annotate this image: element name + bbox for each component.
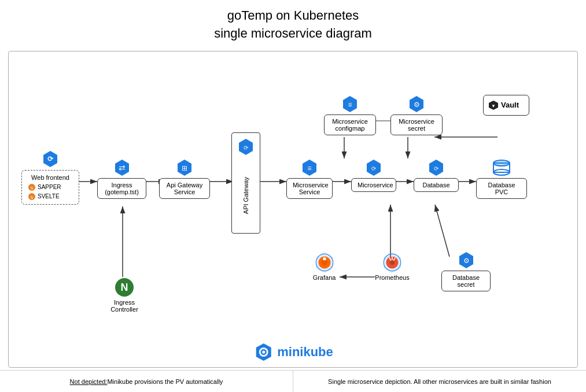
grafana-node: Grafana	[303, 251, 346, 281]
prometheus-icon	[381, 251, 404, 274]
svg-point-39	[493, 160, 510, 166]
database-box: Database	[414, 178, 459, 192]
ingress-controller-label: Ingress Controller	[101, 299, 148, 313]
ingress-node: ⇄ Ingress(gotemp.tst)	[97, 158, 146, 199]
ingress-box: Ingress(gotemp.tst)	[97, 178, 146, 199]
prometheus-node: Prometheus	[369, 251, 415, 281]
footer-right-text: Single microservice depiction. All other…	[328, 378, 551, 385]
footer-right: Single microservice depiction. All other…	[293, 371, 586, 392]
vault-label: Vault	[501, 101, 519, 109]
database-pvc-icon	[491, 158, 512, 177]
title-line1: goTemp on Kubernetes	[227, 8, 359, 23]
k8s-icon-frontend: ⟳	[41, 150, 60, 168]
svg-text:⚙: ⚙	[463, 257, 469, 265]
ms-service-icon: ≡	[300, 158, 319, 177]
microservice-node: ⟳ Microservice	[351, 158, 396, 192]
web-frontend-node: ⟳ Web frontend S SAPPER S SVELTE	[21, 150, 79, 205]
svg-text:⊞: ⊞	[182, 164, 187, 172]
microservice-service-node: ≡ Microservice Service	[286, 158, 333, 199]
ms-secret-node: ⚙ Microservice secret	[390, 95, 443, 135]
api-gateway-label: API Gateway	[242, 177, 249, 214]
database-secret-node: ⚙ Database secret	[441, 251, 491, 291]
footer-left: Not depicted: Minikube provisions the PV…	[0, 371, 293, 392]
api-gw-service-icon: ⊞	[175, 158, 194, 177]
web-frontend-box: Web frontend S SAPPER S SVELTE	[21, 170, 79, 205]
page: goTemp on Kubernetes single microservice…	[0, 0, 586, 392]
footer-left-label: Not depicted:	[70, 378, 108, 385]
database-label: Database	[422, 182, 449, 188]
microservice-service-box: Microservice Service	[286, 178, 333, 199]
svelte-label: SVELTE	[38, 193, 60, 199]
svg-text:N: N	[121, 282, 128, 293]
grafana-label: Grafana	[313, 274, 336, 281]
svg-text:S: S	[30, 186, 33, 191]
microservice-box: Microservice	[351, 178, 396, 192]
database-pvc-label: Database PVC	[488, 182, 515, 195]
vault-box: ▼ Vault	[483, 95, 529, 116]
title-line2: single microservice diagram	[214, 26, 372, 40]
api-gateway-service-box: Api Gateway Service	[159, 178, 210, 199]
api-gateway-service-node: ⊞ Api Gateway Service	[159, 158, 210, 199]
svg-point-51	[321, 259, 327, 265]
ingress-label: Ingress(gotemp.tst)	[105, 182, 139, 195]
svg-text:≡: ≡	[307, 164, 311, 172]
api-gateway-service-label: Api Gateway Service	[167, 182, 202, 195]
footer-left-text: Minikube provisions the PV automatically	[107, 378, 223, 385]
diagram-box: ⟳ Web frontend S SAPPER S SVELTE	[8, 51, 578, 368]
database-secret-box: Database secret	[441, 271, 491, 291]
svg-point-52	[323, 257, 326, 260]
ingress-icon: ⇄	[113, 158, 131, 177]
api-gateway-node: ⟳ API Gateway	[231, 132, 260, 234]
database-secret-label: Database secret	[452, 274, 480, 288]
database-node: ⟳ Database	[414, 158, 459, 192]
svg-text:▼: ▼	[491, 103, 496, 109]
ms-configmap-node: ≡ Microservice configmap	[324, 95, 376, 135]
ms-secret-label: Microservice secret	[399, 118, 434, 132]
svg-point-62	[262, 351, 265, 354]
vault-node: ▼ Vault	[483, 95, 529, 116]
title-area: goTemp on Kubernetes single microservice…	[0, 0, 586, 47]
svg-text:≡: ≡	[348, 101, 352, 109]
ingress-controller-icon: N	[114, 277, 135, 298]
database-pvc-box: Database PVC	[476, 178, 527, 199]
ms-secret-icon: ⚙	[407, 95, 426, 113]
minikube-bar: minikube	[253, 342, 333, 363]
svg-point-56	[390, 260, 395, 264]
database-pvc-node: Database PVC	[476, 158, 527, 199]
minikube-label: minikube	[277, 345, 333, 360]
vault-icon: ▼	[488, 100, 499, 110]
page-title: goTemp on Kubernetes single microservice…	[0, 7, 586, 43]
minikube-icon	[253, 342, 274, 363]
svg-text:⟳: ⟳	[244, 145, 249, 151]
svg-text:S: S	[30, 195, 33, 200]
ms-service-label: Microservice Service	[293, 182, 329, 195]
ms-configmap-box: Microservice configmap	[324, 114, 376, 135]
svg-text:⇄: ⇄	[119, 163, 126, 172]
svg-text:⟳: ⟳	[434, 165, 439, 172]
db-secret-icon: ⚙	[457, 251, 476, 269]
microservice-label: Microservice	[358, 182, 393, 188]
prometheus-label: Prometheus	[375, 274, 409, 281]
svg-text:⚙: ⚙	[414, 101, 420, 109]
sapper-label: SAPPER	[38, 184, 61, 190]
microservice-icon: ⟳	[364, 158, 383, 177]
ingress-controller-node: N Ingress Controller	[101, 277, 148, 313]
ms-configmap-icon: ≡	[341, 95, 359, 113]
ms-configmap-label: Microservice configmap	[332, 118, 368, 132]
diagram-container: ⟳ Web frontend S SAPPER S SVELTE	[0, 47, 586, 370]
api-gateway-icon: ⟳	[237, 138, 255, 156]
svg-line-15	[435, 205, 449, 257]
svg-text:⟳: ⟳	[371, 165, 377, 172]
web-frontend-label: Web frontend	[28, 174, 73, 181]
database-icon: ⟳	[427, 158, 445, 177]
svg-text:⟳: ⟳	[47, 155, 54, 163]
footer: Not depicted: Minikube provisions the PV…	[0, 370, 586, 392]
grafana-icon	[313, 251, 336, 274]
ms-secret-box: Microservice secret	[390, 114, 443, 135]
